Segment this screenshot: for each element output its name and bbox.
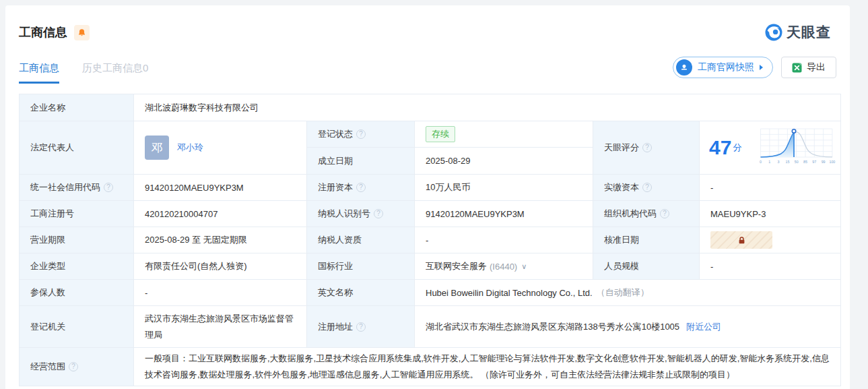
svg-text:0: 0 — [760, 160, 762, 164]
taxpayer-quality-value: - — [415, 227, 593, 253]
page-title: 工商信息 — [19, 24, 67, 40]
locked-value-box[interactable] — [710, 231, 772, 249]
staff-size-label: 人员规模 — [593, 253, 700, 280]
score-number[interactable]: 47 分 — [709, 138, 741, 158]
industry-label: 国标行业 — [307, 253, 415, 280]
english-name-value: Hubei Boweilin Digital Technology Co., L… — [415, 280, 841, 306]
score-value-cell: 47 分 — [700, 121, 841, 175]
tab-business-info[interactable]: 工商信息 — [19, 62, 59, 84]
svg-text:15: 15 — [785, 160, 789, 164]
business-term-value: 2025-08-29 至 无固定期限 — [134, 227, 307, 253]
tab-history-business-info[interactable]: 历史工商信息0 — [82, 62, 148, 84]
help-icon[interactable]: ? — [642, 183, 652, 192]
score-label: 天眼评分? — [593, 121, 700, 175]
industry-value: 互联网安全服务 (I6440) ∨ — [415, 253, 593, 280]
help-icon[interactable]: ? — [69, 362, 78, 371]
uscc-value: 91420120MAEU9YKP3M — [134, 175, 307, 201]
snapshot-label: 工商官网快照 — [698, 61, 754, 73]
help-icon[interactable]: ? — [660, 209, 669, 218]
tianyancha-logo-text: 天眼查 — [787, 23, 831, 42]
help-icon[interactable]: ? — [104, 183, 113, 192]
paid-capital-value: - — [700, 175, 841, 201]
business-scope-label: 经营范围? — [20, 348, 134, 386]
taxpayer-quality-label: 纳税人资质 — [307, 227, 415, 253]
nearby-companies-link[interactable]: 附近公司 — [686, 321, 721, 333]
approval-date-value — [700, 227, 841, 253]
score-marker-icon — [792, 129, 795, 133]
company-name-label: 企业名称 — [20, 94, 134, 121]
help-icon[interactable]: ? — [356, 322, 366, 332]
est-date-value: 2025-08-29 — [415, 148, 593, 175]
card-header: 工商信息 天眼查 — [19, 23, 836, 42]
svg-text:100: 100 — [829, 160, 835, 164]
arrow-right-icon — [760, 65, 763, 70]
svg-text:50: 50 — [795, 160, 799, 164]
legal-rep-avatar[interactable]: 邓 — [145, 136, 169, 160]
industry-code: (I6440) — [490, 262, 517, 272]
monitor-bell-icon[interactable] — [74, 25, 90, 40]
help-icon[interactable]: ? — [642, 143, 652, 152]
company-name-value: 湖北波蔚琳数字科技有限公司 — [134, 94, 841, 121]
svg-text:99: 99 — [822, 160, 826, 164]
legal-rep-value: 邓 邓小玲 — [134, 121, 307, 175]
export-button[interactable]: 导出 — [781, 57, 836, 78]
taxpayer-id-label: 纳税人识别号? — [307, 201, 415, 227]
business-info-card: 工商信息 天眼查 工商信息 历史工商信息0 — [5, 5, 850, 389]
svg-text:97: 97 — [812, 160, 816, 164]
reg-capital-label: 注册资本? — [307, 175, 415, 201]
org-code-label: 组织机构代码? — [593, 201, 700, 227]
reg-address-value: 湖北省武汉市东湖生态旅游风景区东湖路138号秀水公寓10楼1005 附近公司 — [415, 306, 841, 348]
approval-date-label: 核准日期 — [593, 227, 700, 253]
reg-authority-label: 登记机关 — [20, 306, 134, 348]
insured-count-label: 参保人数 — [20, 280, 134, 306]
legal-rep-label: 法定代表人 — [20, 121, 134, 175]
tianyancha-logo-icon — [765, 24, 782, 41]
paid-capital-label: 实缴资本? — [593, 175, 700, 201]
reg-number-value: 420120210004707 — [134, 201, 307, 227]
tianyancha-logo: 天眼查 — [765, 23, 831, 42]
tab-bar: 工商信息 历史工商信息0 工商官网快照 导出 — [19, 57, 836, 84]
reg-number-label: 工商注册号 — [20, 201, 134, 227]
auto-translate-note: （自动翻译） — [597, 287, 649, 299]
lock-icon — [737, 236, 746, 245]
reg-capital-value: 10万人民币 — [415, 175, 593, 201]
company-type-label: 企业类型 — [20, 253, 134, 280]
help-icon[interactable]: ? — [356, 183, 366, 192]
business-info-table: 企业名称 湖北波蔚琳数字科技有限公司 法定代表人 邓 邓小玲 登记状态? 存续 … — [19, 94, 841, 386]
chevron-down-icon[interactable]: ∨ — [521, 262, 527, 271]
org-code-value: MAEU9YKP-3 — [700, 201, 841, 227]
svg-text:1: 1 — [768, 160, 770, 164]
business-scope-value: 一般项目：工业互联网数据服务,大数据服务,卫星技术综合应用系统集成,软件开发,人… — [134, 348, 841, 386]
status-badge: 存续 — [426, 126, 455, 142]
score-distribution-chart[interactable]: 0 1 3 15 50 85 97 99 100 — [756, 127, 836, 168]
est-date-label: 成立日期 — [307, 148, 415, 175]
help-icon[interactable]: ? — [374, 209, 383, 218]
insured-count-value: - — [134, 280, 307, 306]
export-label: 导出 — [807, 61, 826, 73]
help-icon[interactable]: ? — [356, 129, 366, 139]
stamp-icon — [676, 59, 692, 76]
reg-authority-value: 武汉市东湖生态旅游风景区市场监督管理局 — [134, 306, 307, 348]
excel-icon — [792, 63, 802, 73]
official-snapshot-button[interactable]: 工商官网快照 — [673, 57, 773, 78]
reg-status-value: 存续 — [415, 121, 593, 148]
company-type-value: 有限责任公司(自然人独资) — [134, 253, 307, 280]
svg-text:85: 85 — [803, 160, 807, 164]
business-term-label: 营业期限 — [20, 227, 134, 253]
reg-address-label: 注册地址? — [307, 306, 415, 348]
svg-text:3: 3 — [778, 160, 780, 164]
staff-size-value: - — [700, 253, 841, 280]
legal-rep-name-link[interactable]: 邓小玲 — [177, 142, 203, 154]
english-name-label: 英文名称 — [307, 280, 415, 306]
uscc-label: 统一社会信用代码? — [20, 175, 134, 201]
reg-status-label: 登记状态? — [307, 121, 415, 148]
taxpayer-id-value: 91420120MAEU9YKP3M — [415, 201, 593, 227]
